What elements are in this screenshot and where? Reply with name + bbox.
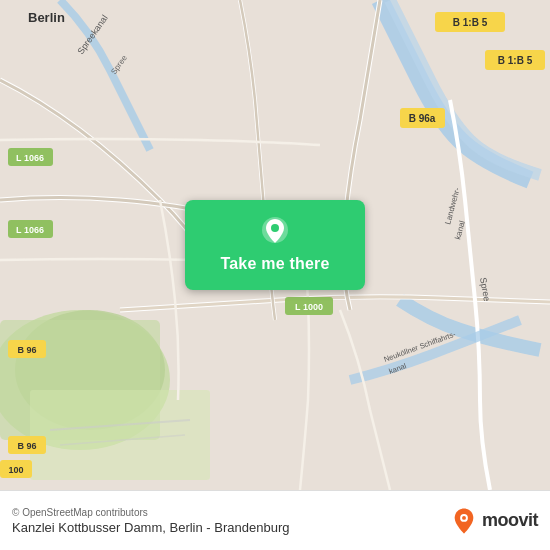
svg-text:B 96: B 96 (17, 345, 36, 355)
svg-point-34 (271, 224, 279, 232)
svg-text:L 1066: L 1066 (16, 225, 44, 235)
take-me-there-overlay: Take me there (185, 200, 365, 290)
footer-left: © OpenStreetMap contributors Kanzlei Kot… (12, 507, 289, 535)
location-name: Kanzlei Kottbusser Damm, Berlin - Brande… (12, 520, 289, 535)
location-pin-icon (259, 217, 291, 249)
svg-text:B 1:B 5: B 1:B 5 (498, 55, 533, 66)
svg-text:B 96: B 96 (17, 441, 36, 451)
svg-point-36 (462, 515, 466, 519)
copyright-text: © OpenStreetMap contributors (12, 507, 289, 518)
map-container: B 1:B 5 B 1:B 5 B 96a L 1066 L 1066 B 96… (0, 0, 550, 490)
take-me-there-label: Take me there (220, 255, 329, 273)
svg-text:100: 100 (8, 465, 23, 475)
footer-bar: © OpenStreetMap contributors Kanzlei Kot… (0, 490, 550, 550)
moovit-pin-icon (450, 507, 478, 535)
svg-text:B 1:B 5: B 1:B 5 (453, 17, 488, 28)
svg-text:Berlin: Berlin (28, 10, 65, 25)
svg-text:L 1066: L 1066 (16, 153, 44, 163)
moovit-logo: moovit (450, 507, 538, 535)
svg-text:B 96a: B 96a (409, 113, 436, 124)
moovit-text: moovit (482, 510, 538, 531)
svg-text:L 1000: L 1000 (295, 302, 323, 312)
take-me-there-button[interactable]: Take me there (185, 200, 365, 290)
